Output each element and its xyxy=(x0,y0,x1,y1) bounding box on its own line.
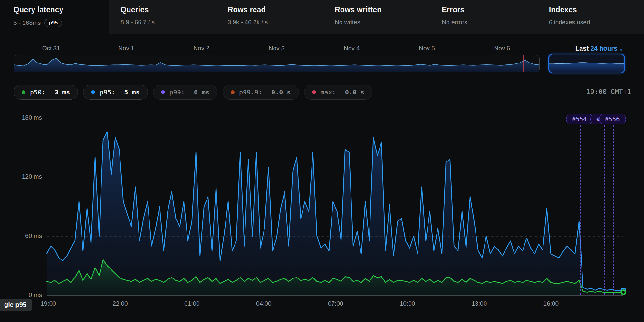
x-tick-label: 10:00 xyxy=(393,300,422,307)
legend-badge-p999[interactable]: p99.9:0.0 s xyxy=(223,85,299,100)
history-minimap[interactable] xyxy=(14,55,540,72)
tab-title: Rows written xyxy=(335,5,430,14)
latency-dashboard: Query latency 5 - 168ms p95 Queries 8.9 … xyxy=(0,0,644,322)
minimap-day-divider xyxy=(239,55,239,72)
tab-value: 6 indexes used xyxy=(549,19,590,26)
tab-title: Errors xyxy=(442,5,537,14)
tab-title: Rows read xyxy=(228,5,323,14)
annotation-badge-554[interactable]: #554 xyxy=(566,114,593,124)
legend-value: 6 ms xyxy=(194,88,209,96)
minimap-event-marker xyxy=(523,55,524,72)
minimap-day-divider xyxy=(464,55,464,72)
series-color-dot xyxy=(161,90,165,94)
date-label: Nov 2 xyxy=(164,45,239,52)
series-color-dot xyxy=(231,90,235,94)
chart-plot-area[interactable] xyxy=(0,107,644,316)
time-range-selector[interactable]: Last 24 hours ⌄ xyxy=(544,45,623,52)
legend-badge-p95[interactable]: p95:5 ms xyxy=(83,85,148,100)
tab-errors[interactable]: Errors No errors xyxy=(430,0,537,34)
tab-queries[interactable]: Queries 8.9 - 66.7 / s xyxy=(109,0,216,34)
date-label: Oct 31 xyxy=(14,45,89,52)
tab-value: No errors xyxy=(442,19,467,26)
minimap-day-divider xyxy=(164,55,164,72)
legend-value: 0.0 s xyxy=(271,88,291,96)
timezone-label: 19:00 GMT+1 xyxy=(586,88,631,96)
chevron-down-icon: ⌄ xyxy=(619,46,623,52)
x-tick-label: 01:00 xyxy=(178,300,207,307)
legend-badge-p50[interactable]: p50:3 ms xyxy=(14,85,78,100)
legend-label: p99.9: xyxy=(239,88,262,96)
date-label: Nov 5 xyxy=(389,45,464,52)
annotation-line-555 xyxy=(604,122,605,295)
minimap-day-divider xyxy=(314,55,314,72)
legend-label: p99: xyxy=(169,88,185,96)
x-tick-label: 13:00 xyxy=(465,300,494,307)
minimap-day-divider xyxy=(89,55,89,72)
series-color-dot xyxy=(91,90,95,94)
legend-value: 0.0 s xyxy=(345,88,364,96)
tab-rows-read[interactable]: Rows read 3.9k - 46.2k / s xyxy=(216,0,323,34)
tab-value: 8.9 - 66.7 / s xyxy=(120,19,155,26)
tab-indexes[interactable]: Indexes 6 indexes used xyxy=(537,0,644,34)
percentile-legend: p50:3 msp95:5 msp99:6 msp99.9:0.0 smax:0… xyxy=(14,85,372,100)
tab-query-latency[interactable]: Query latency 5 - 168ms p95 xyxy=(3,0,109,34)
tab-title: Indexes xyxy=(549,5,644,14)
annotation-badge-556[interactable]: #556 xyxy=(599,114,626,124)
tab-value: No writes xyxy=(335,19,360,26)
annotation-line-556 xyxy=(613,122,614,295)
date-label: Nov 6 xyxy=(465,45,540,52)
tab-value: 3.9k - 46.2k / s xyxy=(228,19,268,26)
selection-sparkline xyxy=(549,54,624,72)
legend-badge-p99[interactable]: p99:6 ms xyxy=(153,85,217,100)
legend-label: p95: xyxy=(100,88,115,96)
x-tick-label: 22:00 xyxy=(106,300,135,307)
series-color-dot xyxy=(312,90,316,94)
legend-badge-max[interactable]: max:0.0 s xyxy=(304,85,372,100)
date-label: Nov 1 xyxy=(89,45,164,52)
timeline-date-labels: Oct 31 Nov 1 Nov 2 Nov 3 Nov 4 Nov 5 Nov… xyxy=(14,45,540,52)
legend-label: p50: xyxy=(30,88,45,96)
x-tick-label: 04:00 xyxy=(249,300,278,307)
tab-title: Queries xyxy=(120,5,216,14)
date-label: Nov 4 xyxy=(314,45,389,52)
series-color-dot xyxy=(22,90,25,94)
tab-title: Query latency xyxy=(14,5,109,14)
toggle-series-tooltip: gle p95 xyxy=(0,299,32,311)
tab-rows-written[interactable]: Rows written No writes xyxy=(323,0,430,34)
legend-value: 5 ms xyxy=(124,88,140,96)
selected-range-window[interactable] xyxy=(548,54,625,73)
p95-badge: p95 xyxy=(44,19,62,27)
tab-value: 5 - 168ms xyxy=(14,19,41,26)
minimap-sparkline xyxy=(14,55,539,72)
x-tick-label: 19:00 xyxy=(34,300,63,307)
date-label: Nov 3 xyxy=(239,45,314,52)
annotation-line-554 xyxy=(580,122,581,295)
metric-tabs: Query latency 5 - 168ms p95 Queries 8.9 … xyxy=(3,0,644,34)
range-prefix: Last xyxy=(575,45,589,52)
range-value: 24 hours xyxy=(591,45,617,52)
minimap-day-divider xyxy=(389,55,389,72)
latency-chart: 180 ms120 ms60 ms0 ms #554#555#556 19:00… xyxy=(0,107,644,316)
legend-label: max: xyxy=(321,88,336,96)
legend-value: 3 ms xyxy=(54,88,70,96)
x-tick-label: 07:00 xyxy=(321,300,350,307)
x-tick-label: 16:00 xyxy=(536,300,565,307)
